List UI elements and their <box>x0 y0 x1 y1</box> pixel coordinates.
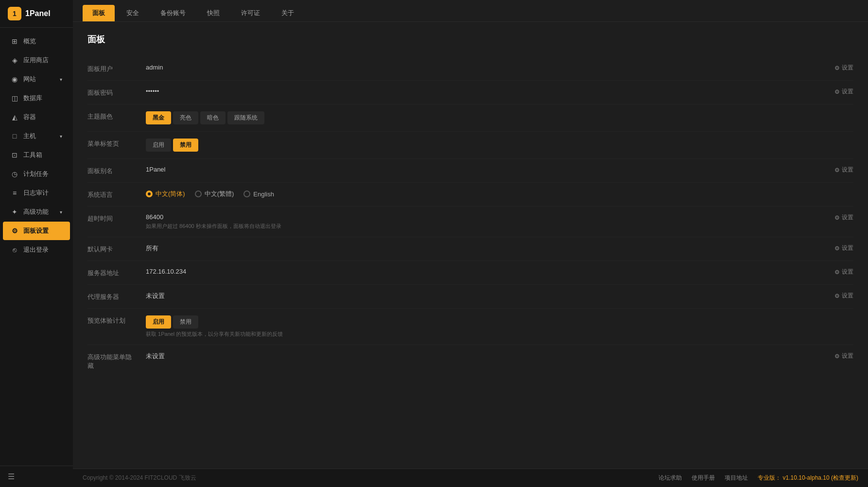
server-address-action[interactable]: ⚙设置 <box>834 268 853 276</box>
container-icon: ◭ <box>11 113 18 121</box>
tab-about[interactable]: 关于 <box>272 5 304 21</box>
sidebar-label-overview: 概览 <box>23 37 62 46</box>
sidebar-item-overview[interactable]: ⊞ 概览 <box>3 32 70 51</box>
sidebar-item-website[interactable]: ◉ 网站 ▾ <box>3 70 70 88</box>
footer-link-forum[interactable]: 论坛求助 <box>659 474 682 482</box>
footer-version: 专业版： v1.10.10-alpha.10 (检查更新) <box>758 474 858 482</box>
logo-area: 1 1Panel <box>0 0 73 28</box>
timeout-value-text: 86400 <box>146 213 163 221</box>
hamburger-button[interactable]: ☰ <box>8 472 65 481</box>
settings-label-proxy: 代理服务器 <box>87 292 136 301</box>
proxy-value-text: 未设置 <box>146 292 165 299</box>
sidebar-item-host[interactable]: □ 主机 ▾ <box>3 127 70 145</box>
tab-snapshot[interactable]: 快照 <box>197 5 229 21</box>
settings-label-advanced-menu-pin: 高级功能菜单隐藏 <box>87 352 136 370</box>
panelsetting-icon: ⚙ <box>11 227 18 235</box>
footer-link-project[interactable]: 项目地址 <box>725 474 748 482</box>
action-label-timeout: 设置 <box>842 213 853 222</box>
settings-value-server-address: 172.16.10.234 <box>146 268 834 275</box>
sidebar-item-logaudit[interactable]: ≡ 日志审计 <box>3 184 70 202</box>
gear-icon-server-address: ⚙ <box>834 269 840 276</box>
gear-icon-timeout: ⚙ <box>834 214 840 221</box>
settings-label-timeout: 超时时间 <box>87 213 136 223</box>
panel-password-action[interactable]: ⚙设置 <box>834 87 853 96</box>
logo-icon: 1 <box>8 7 21 20</box>
settings-value-menu-tabs: 启用禁用 <box>146 139 853 152</box>
action-label-default-nic: 设置 <box>842 244 853 252</box>
preview-plan-hint: 获取 1Panel 的预览版本，以分享有关新功能和更新的反馈 <box>146 330 853 338</box>
check-update-link[interactable]: (检查更新) <box>831 474 858 481</box>
timeout-hint: 如果用户超过 86400 秒未操作面板，面板将自动退出登录 <box>146 223 834 230</box>
menu-tabs-option-enable[interactable]: 启用 <box>146 139 171 152</box>
settings-row-panel-password: 面板密码••••••⚙设置 <box>87 81 853 104</box>
theme-color-option-light[interactable]: 亮色 <box>173 111 198 124</box>
sidebar-item-toolbox[interactable]: ⊡ 工具箱 <box>3 146 70 164</box>
advanced-menu-pin-value-text: 未设置 <box>146 352 165 360</box>
timeout-action[interactable]: ⚙设置 <box>834 213 853 222</box>
sidebar-item-database[interactable]: ◫ 数据库 <box>3 89 70 107</box>
lang-option-en[interactable]: English <box>243 191 274 198</box>
lang-label-zh-tw: 中文(繁體) <box>205 190 234 198</box>
footer-link-manual[interactable]: 使用手册 <box>692 474 715 482</box>
top-tabs: 面板安全备份账号快照许可证关于 <box>73 0 868 22</box>
tab-panel[interactable]: 面板 <box>83 5 115 21</box>
theme-color-option-dark[interactable]: 暗色 <box>200 111 226 124</box>
settings-value-preview-plan: 启用禁用获取 1Panel 的预览版本，以分享有关新功能和更新的反馈 <box>146 315 853 338</box>
sidebar-label-appstore: 应用商店 <box>23 56 62 65</box>
settings-label-preview-plan: 预览体验计划 <box>87 315 136 325</box>
sidebar-label-host: 主机 <box>23 132 55 140</box>
settings-label-panel-alias: 面板别名 <box>87 166 136 175</box>
tab-backup[interactable]: 备份账号 <box>151 5 195 21</box>
panel-alias-value-text: 1Panel <box>146 166 165 173</box>
lang-option-zh-tw[interactable]: 中文(繁體) <box>195 190 234 198</box>
sidebar-item-container[interactable]: ◭ 容器 <box>3 108 70 126</box>
tab-license[interactable]: 许可证 <box>231 5 270 21</box>
sidebar-item-appstore[interactable]: ◈ 应用商店 <box>3 51 70 70</box>
tab-security[interactable]: 安全 <box>117 5 149 21</box>
preview-plan-btn-group: 启用禁用 <box>146 315 853 329</box>
default-nic-action[interactable]: ⚙设置 <box>834 244 853 252</box>
main-area: 面板安全备份账号快照许可证关于 面板 面板用户admin⚙设置面板密码•••••… <box>73 0 868 487</box>
host-icon: □ <box>11 132 18 140</box>
sidebar-label-crontask: 计划任务 <box>23 170 62 178</box>
sidebar-item-logout[interactable]: ⎋ 退出登录 <box>3 241 70 259</box>
settings-value-theme-color: 黑金亮色暗色跟随系统 <box>146 111 853 124</box>
settings-row-server-address: 服务器地址172.16.10.234⚙设置 <box>87 261 853 285</box>
sidebar-label-toolbox: 工具箱 <box>23 151 62 159</box>
lang-option-zh-cn[interactable]: 中文(简体) <box>146 190 185 198</box>
settings-row-panel-user: 面板用户admin⚙设置 <box>87 57 853 81</box>
sidebar-label-logout: 退出登录 <box>23 245 62 254</box>
crontask-icon: ◷ <box>11 170 18 178</box>
preview-plan-option-enable[interactable]: 启用 <box>146 315 171 329</box>
page-title: 面板 <box>87 34 853 45</box>
theme-color-option-dark-gold[interactable]: 黑金 <box>146 111 171 124</box>
menu-tabs-option-disable[interactable]: 禁用 <box>173 139 198 152</box>
settings-row-theme-color: 主题颜色黑金亮色暗色跟随系统 <box>87 104 853 132</box>
sidebar-item-crontask[interactable]: ◷ 计划任务 <box>3 165 70 183</box>
gear-icon-panel-alias: ⚙ <box>834 167 840 174</box>
action-label-server-address: 设置 <box>842 268 853 276</box>
settings-row-system-language: 系统语言中文(简体)中文(繁體)English <box>87 183 853 207</box>
panel-alias-action[interactable]: ⚙设置 <box>834 166 853 174</box>
website-icon: ◉ <box>11 75 18 83</box>
preview-plan-option-disable[interactable]: 禁用 <box>173 315 198 329</box>
settings-row-menu-tabs: 菜单标签页启用禁用 <box>87 132 853 159</box>
settings-label-system-language: 系统语言 <box>87 190 136 199</box>
settings-row-default-nic: 默认网卡所有⚙设置 <box>87 237 853 261</box>
theme-color-option-follow-system[interactable]: 跟随系统 <box>227 111 264 124</box>
radio-dot-en <box>243 191 250 197</box>
radio-dot-zh-tw <box>195 191 202 197</box>
radio-dot-zh-cn <box>146 191 153 197</box>
footer-bar: Copyright © 2014-2024 FIT2CLOUD 飞致云 论坛求助… <box>73 469 868 487</box>
sidebar-item-panelsetting[interactable]: ⚙ 面板设置 <box>3 222 70 240</box>
gear-icon-default-nic: ⚙ <box>834 245 840 252</box>
settings-label-menu-tabs: 菜单标签页 <box>87 139 136 148</box>
advanced-menu-pin-action[interactable]: ⚙设置 <box>834 352 853 360</box>
proxy-action[interactable]: ⚙设置 <box>834 292 853 300</box>
settings-value-proxy: 未设置 <box>146 292 834 300</box>
panel-user-action[interactable]: ⚙设置 <box>834 64 853 72</box>
settings-label-theme-color: 主题颜色 <box>87 111 136 121</box>
sidebar-item-advanced[interactable]: ✦ 高级功能 ▾ <box>3 203 70 221</box>
server-address-value-text: 172.16.10.234 <box>146 268 186 275</box>
system-language-options: 中文(简体)中文(繁體)English <box>146 190 853 198</box>
